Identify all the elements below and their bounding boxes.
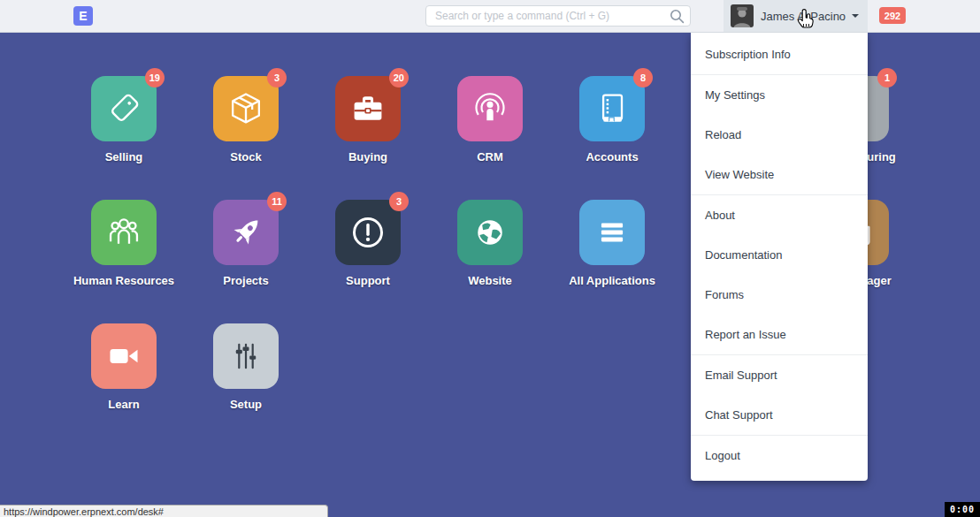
- menu-item-forums[interactable]: Forums: [691, 275, 868, 315]
- box-icon: [226, 89, 265, 128]
- accounts-tile: 8: [579, 76, 645, 141]
- selling-tile: 19: [91, 76, 157, 141]
- person-broadcast-icon: [470, 88, 510, 129]
- notification-badge: 1: [877, 68, 897, 87]
- module-label: Website: [419, 274, 561, 287]
- search-icon[interactable]: [670, 9, 685, 27]
- module-label: Projects: [175, 274, 317, 287]
- notification-badge: 11: [267, 192, 287, 211]
- app-icon-crm[interactable]: CRM: [457, 76, 523, 141]
- menu-item-subscription-info[interactable]: Subscription Info: [691, 34, 868, 74]
- crm-tile: [457, 76, 523, 141]
- module-label: Support: [297, 274, 439, 287]
- projects-tile: 11: [213, 200, 279, 265]
- app-icon-setup[interactable]: Setup: [213, 323, 279, 389]
- tag-icon: [104, 89, 143, 128]
- menu-item-reload[interactable]: Reload: [691, 115, 868, 155]
- module-label: Setup: [175, 398, 317, 411]
- top-navbar: E James Al Pacino 292: [0, 0, 980, 33]
- module-label: Human Resources: [53, 274, 195, 287]
- setup-tile: [213, 323, 279, 389]
- app-logo[interactable]: E: [73, 6, 93, 26]
- menu-item-my-settings[interactable]: My Settings: [691, 75, 868, 115]
- sliders-icon: [226, 337, 265, 376]
- module-label: All Applications: [541, 274, 683, 287]
- notification-badge: 20: [389, 68, 409, 87]
- menu-bars-icon: [593, 213, 632, 252]
- menu-item-view-website[interactable]: View Website: [691, 155, 868, 194]
- chevron-down-icon: [852, 14, 859, 18]
- module-label: Stock: [175, 150, 317, 163]
- app-icon-accounts[interactable]: 8 Accounts: [579, 76, 645, 141]
- menu-item-chat-support[interactable]: Chat Support: [691, 395, 868, 435]
- menu-item-report-an-issue[interactable]: Report an Issue: [691, 315, 868, 354]
- module-label: Accounts: [541, 150, 683, 163]
- screen-recording-timer: 0:00: [945, 502, 980, 517]
- module-label: CRM: [419, 150, 561, 163]
- module-label: Buying: [297, 150, 439, 163]
- global-search: [425, 5, 691, 27]
- globe-icon: [471, 213, 509, 252]
- notification-badge: 3: [389, 192, 409, 211]
- notification-badge: 8: [633, 68, 653, 87]
- menu-item-logout[interactable]: Logout: [691, 436, 868, 475]
- people-icon: [103, 212, 144, 253]
- rocket-icon: [226, 212, 266, 253]
- app-icon-selling[interactable]: 19 Selling: [91, 76, 157, 141]
- all-applications-tile: [579, 200, 645, 265]
- support-tile: 3: [335, 200, 401, 265]
- notification-badge: 3: [267, 68, 287, 87]
- app-icon-projects[interactable]: 11 Projects: [213, 200, 279, 265]
- user-avatar: [731, 4, 754, 27]
- briefcase-icon: [348, 89, 387, 128]
- human-resources-tile: [91, 200, 157, 265]
- stock-tile: 3: [213, 76, 279, 141]
- link-preview-status-bar: https://windpower.erpnext.com/desk#: [0, 505, 328, 517]
- notifications-count-badge[interactable]: 292: [879, 7, 906, 24]
- video-camera-icon: [103, 336, 144, 376]
- user-menu-toggle[interactable]: James Al Pacino: [724, 0, 868, 32]
- user-dropdown-menu: Subscription Info My Settings Reload Vie…: [691, 33, 868, 481]
- exclamation-circle-icon: [348, 212, 388, 253]
- search-input[interactable]: [425, 5, 691, 27]
- menu-item-email-support[interactable]: Email Support: [691, 355, 868, 395]
- notification-badge: 19: [145, 68, 165, 87]
- user-name: James Al Pacino: [761, 10, 846, 23]
- ledger-book-icon: [593, 89, 632, 128]
- app-icon-human-resources[interactable]: Human Resources: [91, 200, 157, 265]
- module-label: Learn: [53, 398, 195, 411]
- app-icon-learn[interactable]: Learn: [91, 323, 157, 389]
- app-icon-support[interactable]: 3 Support: [335, 200, 401, 265]
- buying-tile: 20: [335, 76, 401, 141]
- app-icon-all-applications[interactable]: All Applications: [579, 200, 645, 265]
- menu-item-documentation[interactable]: Documentation: [691, 235, 868, 275]
- module-label: Selling: [53, 150, 195, 163]
- app-icon-website[interactable]: Website: [457, 200, 523, 265]
- website-tile: [457, 200, 523, 265]
- menu-item-about[interactable]: About: [691, 195, 868, 235]
- app-icon-buying[interactable]: 20 Buying: [335, 76, 401, 141]
- learn-tile: [91, 323, 157, 389]
- app-icon-stock[interactable]: 3 Stock: [213, 76, 279, 141]
